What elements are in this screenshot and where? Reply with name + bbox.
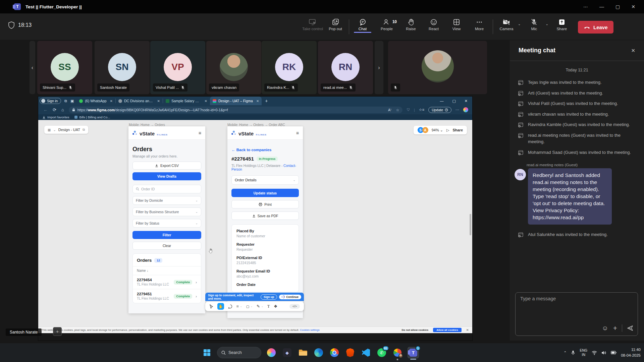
import-favorites-button[interactable]: Import favorites (42, 115, 69, 119)
language-indicator[interactable]: ENGIN (580, 348, 587, 357)
window-maximize-icon[interactable]: ▢ (615, 4, 620, 9)
people-button[interactable]: 10 People (374, 16, 399, 31)
teams-app-icon[interactable]: T 1 (408, 347, 419, 358)
figma-canvas[interactable]: ▦ ⌄ Design - UAT ⧉ S A 94% ⌄ ▷ Share Mob… (38, 120, 472, 333)
new-tab-button[interactable]: + (265, 98, 268, 104)
react-button[interactable]: React (422, 16, 445, 31)
update-button[interactable]: Update (428, 107, 451, 113)
tray-chevron-icon[interactable]: ⌃ (564, 351, 567, 355)
send-icon[interactable] (627, 325, 634, 331)
tab-close-icon[interactable]: ✕ (157, 99, 160, 103)
cookie-settings-link[interactable]: Cookies settings (300, 328, 320, 331)
favorite-star-icon[interactable]: ☆ (396, 108, 399, 112)
tab-close-icon[interactable]: ✕ (205, 99, 207, 103)
copilot-icon[interactable] (463, 107, 468, 112)
tab-close-icon[interactable]: ✕ (256, 99, 259, 103)
tiles-scroll-left[interactable]: ‹ (30, 41, 35, 94)
zoom-level[interactable]: 94% ⌄ (432, 128, 443, 132)
participant-tile[interactable]: vikram chavan (206, 41, 261, 94)
deny-cookies-button[interactable]: Do not allow cookies (402, 328, 429, 331)
camera-button[interactable]: Camera (495, 16, 518, 31)
order-details-select[interactable]: Order Details⌄ (231, 175, 299, 185)
window-close-icon[interactable]: ✕ (631, 4, 635, 9)
edge-app-icon[interactable] (313, 347, 324, 358)
view-button[interactable]: View (445, 16, 468, 31)
shape-tool-icon[interactable]: ▢ (246, 305, 249, 308)
read-aloud-icon[interactable]: A⁾ (388, 108, 391, 112)
chrome-profile-app-icon[interactable] (392, 347, 403, 358)
chevron-right-icon[interactable]: › (196, 280, 197, 284)
participant-tile[interactable]: VP Vishal Patil ... (150, 41, 205, 94)
pop-out-button[interactable]: Pop out (324, 16, 347, 31)
vscode-app-icon[interactable] (360, 347, 372, 358)
chat-input-box[interactable]: ☺ + (515, 292, 638, 336)
leave-button[interactable]: Leave (578, 21, 613, 34)
cursor-tool-icon[interactable] (209, 304, 213, 309)
refresh-icon[interactable]: ⟳ (53, 107, 56, 112)
emoji-icon[interactable]: ☺ (602, 324, 608, 332)
more-button[interactable]: More (468, 16, 491, 31)
raise-hand-button[interactable]: Raise (399, 16, 422, 31)
filter-button[interactable]: Filter (132, 231, 201, 239)
figma-signup-button[interactable]: Sign up (261, 294, 277, 300)
participant-tile[interactable]: RK Ravindra K... (262, 41, 317, 94)
browser-essentials-icon[interactable]: ♡ (407, 108, 410, 112)
tray-mic-icon[interactable] (571, 350, 575, 355)
canvas-scrollbar[interactable] (470, 214, 471, 235)
bookmark-item[interactable]: Bills | Billing and Co... (74, 115, 110, 119)
participant-tile[interactable]: SN Santosh Narate (95, 41, 150, 94)
figma-frame-orders[interactable]: vState FILINGS ≡ Orders Manage all your … (128, 126, 205, 313)
pen-tool-icon[interactable]: ✎ (257, 304, 260, 309)
browser-signin-button[interactable]: Sign in (40, 98, 61, 104)
view-drafts-button[interactable]: View Drafts (132, 172, 201, 180)
order-id-search[interactable]: Order ID (132, 185, 201, 193)
filter-business-structure-select[interactable]: Filter by Business Structure⌄ (132, 207, 201, 216)
whatsapp-app-icon[interactable]: ✆ 81 (376, 347, 387, 358)
battery-icon[interactable] (611, 351, 616, 355)
print-button[interactable]: Print (231, 200, 299, 208)
share-zoom-plus-button[interactable]: + (53, 327, 62, 336)
figma-file-chip[interactable]: ▦ ⌄ Design - UAT ⧉ (44, 126, 88, 134)
browser-maximize-icon[interactable]: ▢ (452, 99, 455, 103)
comment-tool-icon[interactable] (228, 304, 232, 309)
back-icon[interactable]: ← (43, 107, 48, 112)
column-header[interactable]: Name ↓ (133, 266, 201, 275)
allow-cookies-button[interactable]: Allow all cookies (433, 328, 461, 332)
home-icon[interactable]: ⌂ (61, 107, 64, 112)
chrome-app-icon[interactable] (329, 347, 340, 358)
present-icon[interactable]: ▷ (446, 128, 449, 132)
window-more-icon[interactable]: ⋯ (583, 4, 588, 9)
order-row[interactable]: 2279451 TL Flex Holdings LLC Complete › (133, 289, 201, 303)
tab-actions-icon[interactable]: ⧉ (64, 99, 67, 103)
back-link[interactable]: ← Back to companies (231, 148, 299, 152)
chat-close-icon[interactable]: ✕ (631, 48, 635, 54)
attach-plus-icon[interactable]: + (613, 324, 617, 332)
figma-share-button[interactable]: Share (452, 128, 463, 132)
participant-tile[interactable]: SS Shivani Sup... (37, 41, 92, 94)
browser-tab-dc[interactable]: DC Divisions and Surroundings ✕ (116, 97, 163, 105)
speaker-icon[interactable] (601, 351, 606, 355)
export-csv-button[interactable]: Export CSV (132, 162, 201, 170)
favorites-list-icon[interactable]: ☆≡ (419, 108, 424, 112)
copilot-app-icon[interactable] (266, 347, 277, 358)
wifi-icon[interactable] (592, 351, 597, 355)
participant-tile[interactable]: RN read.ai mee... (318, 41, 373, 94)
order-row[interactable]: 2279454 TL Flex Holdings LLC Complete › (133, 275, 201, 289)
hamburger-menu-icon[interactable]: ≡ (199, 130, 201, 136)
start-button[interactable] (201, 347, 213, 358)
share-button[interactable]: Share (550, 16, 573, 31)
browser-minimize-icon[interactable]: — (440, 99, 443, 103)
hamburger-menu-icon[interactable]: ≡ (296, 130, 299, 136)
browser-menu-icon[interactable]: ⋯ (455, 108, 459, 112)
tab-close-icon[interactable]: ✕ (110, 99, 113, 103)
cookie-close-icon[interactable]: ✕ (466, 328, 469, 332)
vertical-tabs-icon[interactable]: ▣ (70, 99, 74, 103)
take-control-button[interactable]: Take control (301, 16, 324, 31)
figma-frame-order-detail[interactable]: vState FILINGS ≡ ← Back to companies #22… (227, 126, 303, 318)
participant-video-tile[interactable] (388, 41, 487, 94)
taskbar-search[interactable]: Search (217, 347, 261, 358)
clear-button[interactable]: Clear (132, 242, 201, 250)
browser-tab-excel[interactable]: Sample Salary Structure with calc ✕ (163, 97, 210, 105)
mic-button[interactable]: Mic (523, 16, 545, 31)
save-as-pdf-button[interactable]: Save as PDF (231, 212, 299, 220)
